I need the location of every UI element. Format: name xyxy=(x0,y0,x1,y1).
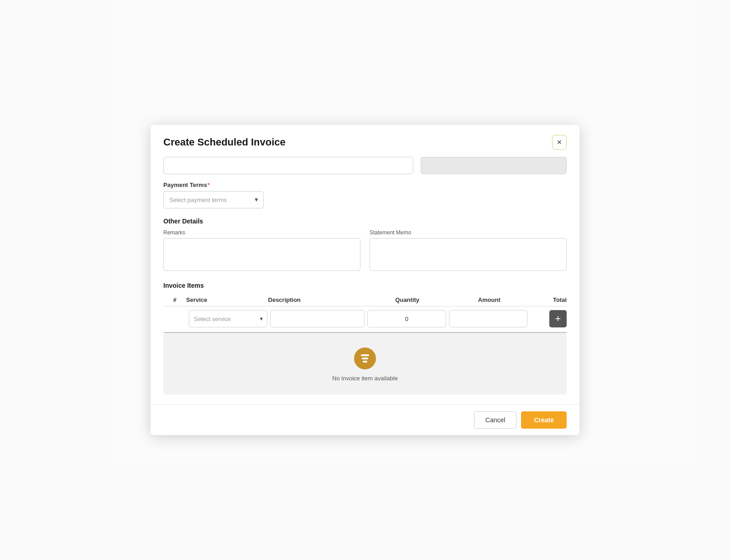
close-button[interactable]: × xyxy=(552,135,567,150)
empty-state: No invoice item available xyxy=(163,333,567,394)
remarks-field: Remarks xyxy=(163,229,360,273)
required-indicator: * xyxy=(208,181,210,188)
modal-body: Payment Terms* Select payment terms ▼ Ot… xyxy=(151,157,579,404)
remarks-label: Remarks xyxy=(163,229,360,236)
other-details-title: Other Details xyxy=(163,218,567,225)
top-inputs-row xyxy=(163,157,567,174)
col-service: Service xyxy=(186,296,268,303)
remarks-textarea[interactable] xyxy=(163,238,360,271)
details-row: Remarks Statement Memo xyxy=(163,229,567,273)
modal-overlay: Create Scheduled Invoice × Payment Terms… xyxy=(0,0,730,560)
invoice-items-title: Invoice Items xyxy=(163,282,567,289)
service-select[interactable]: Select service xyxy=(189,310,267,327)
icon-bar-2 xyxy=(362,358,368,359)
modal-footer: Cancel Create xyxy=(151,404,579,435)
invoice-item-row: Select service ▼ 0 + xyxy=(163,310,567,333)
service-select-wrapper: Select service ▼ xyxy=(189,310,267,327)
icon-bar-3 xyxy=(363,361,367,363)
statement-memo-field: Statement Memo xyxy=(370,229,567,273)
col-num: # xyxy=(163,296,186,303)
col-description: Description xyxy=(268,296,366,303)
empty-state-text: No invoice item available xyxy=(332,375,398,382)
payment-terms-select[interactable]: Select payment terms xyxy=(163,191,264,208)
create-invoice-modal: Create Scheduled Invoice × Payment Terms… xyxy=(151,125,579,435)
stack-icon xyxy=(361,354,369,363)
payment-terms-select-wrapper: Select payment terms ▼ xyxy=(163,191,264,208)
col-total: Total xyxy=(530,296,567,303)
top-right-input xyxy=(421,157,567,174)
description-input[interactable] xyxy=(270,310,365,327)
empty-state-icon xyxy=(354,347,376,369)
col-amount: Amount xyxy=(448,296,530,303)
quantity-input[interactable]: 0 xyxy=(367,310,446,327)
statement-memo-textarea[interactable] xyxy=(370,238,567,271)
payment-terms-label: Payment Terms* xyxy=(163,181,567,188)
cancel-button[interactable]: Cancel xyxy=(474,411,517,429)
payment-terms-section: Payment Terms* Select payment terms ▼ xyxy=(163,181,567,208)
icon-bar-1 xyxy=(361,354,369,356)
top-left-input[interactable] xyxy=(163,157,413,174)
other-details-section: Other Details Remarks Statement Memo xyxy=(163,218,567,273)
modal-header: Create Scheduled Invoice × xyxy=(151,125,579,157)
statement-memo-label: Statement Memo xyxy=(370,229,567,236)
invoice-items-table-header: # Service Description Quantity Amount To… xyxy=(163,294,567,306)
col-quantity: Quantity xyxy=(366,296,448,303)
amount-input[interactable] xyxy=(449,310,527,327)
invoice-items-section: Invoice Items # Service Description Quan… xyxy=(163,282,567,394)
add-item-button[interactable]: + xyxy=(549,310,567,327)
modal-title: Create Scheduled Invoice xyxy=(163,136,286,148)
create-button[interactable]: Create xyxy=(521,411,567,429)
